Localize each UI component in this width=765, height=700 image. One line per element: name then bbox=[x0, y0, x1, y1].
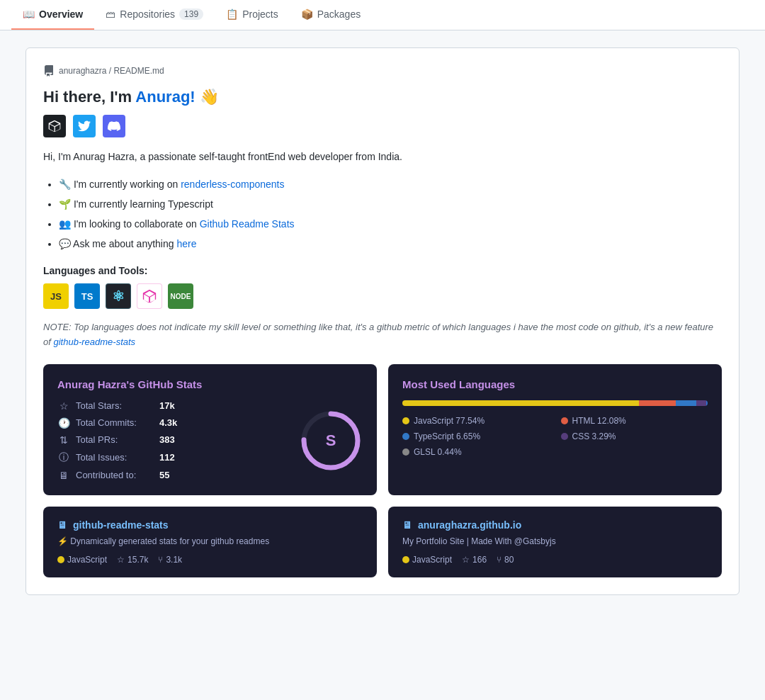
projects-icon: 📋 bbox=[226, 9, 238, 20]
issues-label: Total Issues: bbox=[76, 452, 154, 463]
repo-cards-grid: 🖥 github-readme-stats ⚡ Dynamically gene… bbox=[43, 507, 722, 577]
packages-icon: 📦 bbox=[301, 9, 313, 20]
repo1-name: github-readme-stats bbox=[73, 519, 169, 531]
repo-card-1: 🖥 github-readme-stats ⚡ Dynamically gene… bbox=[43, 507, 377, 577]
greeting-heading: Hi there, I'm Anurag! 👋 bbox=[43, 88, 722, 106]
note-text: NOTE: Top languages does not indicate my… bbox=[43, 320, 722, 350]
readme-stats-link[interactable]: Github Readme Stats bbox=[200, 218, 295, 230]
html-dot bbox=[561, 417, 568, 424]
ts-lang-item: TypeScript 6.65% bbox=[402, 431, 550, 441]
repo2-desc-text: My Portfolio Site | Made With @Gatsbyjs bbox=[402, 536, 556, 546]
stat-row-stars: ☆ Total Stars: 17k bbox=[57, 400, 177, 412]
graphql-badge bbox=[137, 283, 162, 309]
github-readme-stats-link[interactable]: github-readme-stats bbox=[53, 337, 135, 347]
css-lang-label: CSS 3.29% bbox=[572, 431, 616, 441]
github-stats-card: Anurag Hazra's GitHub Stats ☆ Total Star… bbox=[43, 364, 377, 495]
nav-projects[interactable]: 📋 Projects bbox=[215, 0, 290, 30]
codesandbox-icon[interactable] bbox=[43, 115, 66, 137]
repo1-stars-value: 15.7k bbox=[128, 555, 148, 565]
prs-value: 383 bbox=[159, 434, 175, 445]
repo2-forks-value: 80 bbox=[504, 555, 514, 565]
stats-grid: Anurag Hazra's GitHub Stats ☆ Total Star… bbox=[43, 364, 722, 495]
js-lang-item: JavaScript 77.54% bbox=[402, 416, 550, 426]
top-nav: 📖 Overview 🗃 Repositories 139 📋 Projects… bbox=[0, 0, 765, 30]
html-bar bbox=[639, 400, 676, 406]
repo1-desc-text: ⚡ Dynamically generated stats for your g… bbox=[57, 536, 269, 546]
stat-row-contributed: 🖥 Contributed to: 55 bbox=[57, 470, 177, 481]
ts-badge: TS bbox=[74, 283, 100, 309]
glsl-bar bbox=[706, 400, 708, 406]
most-used-languages-card: Most Used Languages JavaScript 77.54% bbox=[388, 364, 722, 495]
repo-card-1-title[interactable]: 🖥 github-readme-stats bbox=[57, 519, 363, 531]
nav-repositories[interactable]: 🗃 Repositories 139 bbox=[94, 0, 215, 30]
repo2-lang-dot bbox=[402, 556, 409, 563]
ts-bar bbox=[676, 400, 696, 406]
html-lang-label: HTML 12.08% bbox=[572, 416, 626, 426]
contributed-label: Contributed to: bbox=[76, 470, 154, 480]
circle-letter: S bbox=[326, 431, 336, 450]
repo-card-1-desc: ⚡ Dynamically generated stats for your g… bbox=[57, 536, 363, 546]
nav-packages[interactable]: 📦 Packages bbox=[290, 0, 372, 30]
repo1-forks: ⑂ 3.1k bbox=[158, 555, 182, 565]
readme-header: anuraghazra / README.md bbox=[43, 65, 722, 77]
repo1-stars: ☆ 15.7k bbox=[117, 555, 148, 565]
repo-icon: 🗃 bbox=[106, 9, 115, 20]
react-badge: ⚛ bbox=[106, 283, 131, 309]
stat-row-prs: ⇅ Total PRs: 383 bbox=[57, 434, 177, 446]
stats-card-title: Anurag Hazra's GitHub Stats bbox=[57, 378, 363, 390]
js-lang-label: JavaScript 77.54% bbox=[414, 416, 484, 426]
stat-row-issues: ⓘ Total Issues: 112 bbox=[57, 451, 177, 464]
commits-value: 4.3k bbox=[159, 417, 177, 428]
css-bar bbox=[696, 400, 706, 406]
repo1-icon: 🖥 bbox=[57, 519, 67, 531]
lang-bar bbox=[402, 400, 708, 406]
star-icon-1: ☆ bbox=[117, 555, 125, 565]
repo-badge: 139 bbox=[179, 9, 203, 20]
twitter-icon[interactable] bbox=[73, 115, 96, 137]
renderless-link[interactable]: renderless-components bbox=[181, 179, 284, 190]
css-dot bbox=[561, 433, 568, 440]
repo2-stars-value: 166 bbox=[472, 555, 487, 565]
bullet-list: 🔧 I'm currently working on renderless-co… bbox=[43, 174, 722, 254]
ts-dot bbox=[402, 433, 409, 440]
lang-card-title: Most Used Languages bbox=[402, 378, 708, 390]
js-bar bbox=[402, 400, 639, 406]
readme-path: anuraghazra / README.md bbox=[59, 66, 164, 76]
repo2-lang-label: JavaScript bbox=[412, 555, 452, 565]
fork-icon-2: ⑂ bbox=[497, 555, 502, 565]
commits-label: Total Commits: bbox=[76, 417, 154, 428]
discord-icon[interactable] bbox=[103, 115, 125, 137]
prs-label: Total PRs: bbox=[76, 434, 154, 445]
repo2-icon: 🖥 bbox=[402, 519, 412, 531]
repo-card-2: 🖥 anuraghazra.github.io My Portfolio Sit… bbox=[388, 507, 722, 577]
repo-small-icon bbox=[43, 65, 55, 77]
lang-legend: JavaScript 77.54% HTML 12.08% TypeScript… bbox=[402, 416, 708, 457]
name-link: Anurag! bbox=[135, 88, 195, 106]
issues-icon: ⓘ bbox=[57, 451, 70, 464]
commits-icon: 🕐 bbox=[57, 417, 70, 429]
repo1-lang-label: JavaScript bbox=[67, 555, 107, 565]
glsl-dot bbox=[402, 448, 409, 456]
stars-label: Total Stars: bbox=[76, 400, 154, 411]
nav-overview[interactable]: 📖 Overview bbox=[11, 0, 94, 30]
readme-card: anuraghazra / README.md Hi there, I'm An… bbox=[26, 47, 740, 595]
html-lang-item: HTML 12.08% bbox=[561, 416, 708, 426]
tools-title: Languages and Tools: bbox=[43, 265, 722, 276]
repo2-name: anuraghazra.github.io bbox=[418, 519, 521, 531]
css-lang-item: CSS 3.29% bbox=[561, 431, 708, 441]
repo-card-2-title[interactable]: 🖥 anuraghazra.github.io bbox=[402, 519, 708, 531]
repo-card-2-desc: My Portfolio Site | Made With @Gatsbyjs bbox=[402, 536, 708, 546]
js-badge: JS bbox=[43, 283, 69, 309]
page-container: anuraghazra / README.md Hi there, I'm An… bbox=[14, 47, 751, 595]
here-link[interactable]: here bbox=[176, 238, 196, 249]
readme-body: Hi there, I'm Anurag! 👋 Hi, I'm Anurag H… bbox=[43, 88, 722, 577]
list-item: 👥 I'm looking to collaborate on Github R… bbox=[59, 214, 722, 234]
repo-card-2-meta: JavaScript ☆ 166 ⑂ 80 bbox=[402, 555, 708, 565]
intro-text: Hi, I'm Anurag Hazra, a passionate self-… bbox=[43, 149, 722, 164]
list-item: 🌱 I'm currently learning Typescript bbox=[59, 194, 722, 214]
ts-lang-label: TypeScript 6.65% bbox=[414, 431, 480, 441]
js-dot bbox=[402, 417, 409, 424]
stars-value: 17k bbox=[159, 400, 175, 411]
repo1-lang: JavaScript bbox=[57, 555, 107, 565]
book-icon: 📖 bbox=[23, 9, 35, 20]
